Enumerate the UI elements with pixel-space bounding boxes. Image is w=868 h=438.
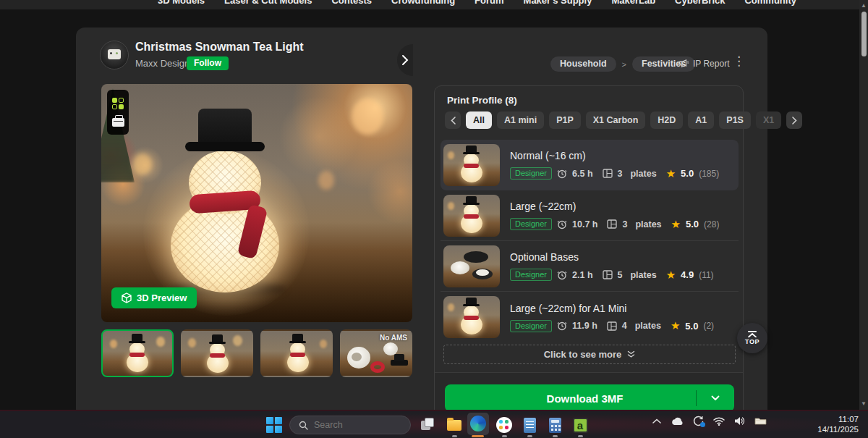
- nav-item-cyberbrick[interactable]: CyberBrick: [675, 0, 725, 8]
- clock-icon: [557, 270, 567, 280]
- print-time: 11.9 h: [572, 321, 597, 331]
- tab-x1[interactable]: X1: [756, 111, 781, 129]
- sync-update-icon[interactable]: [693, 416, 704, 426]
- download-3mf-button[interactable]: Download 3MF: [445, 384, 734, 412]
- tray-folder-icon[interactable]: [754, 416, 767, 426]
- toolbox-icon: [112, 118, 124, 127]
- profile-row-normal[interactable]: Normal (~16 cm) Designer 6.5 h 3 plates …: [441, 140, 739, 190]
- breadcrumb-category[interactable]: Household: [550, 56, 616, 72]
- 3d-preview-label: 3D Preview: [137, 292, 187, 303]
- print-time: 6.5 h: [572, 169, 593, 179]
- file-explorer-icon[interactable]: [445, 416, 464, 434]
- avatar[interactable]: [100, 41, 129, 70]
- plates-label: plates: [635, 219, 661, 229]
- taskbar-search[interactable]: [289, 416, 411, 434]
- nav-item-community[interactable]: Community: [744, 0, 796, 8]
- tab-h2d[interactable]: H2D: [650, 111, 683, 129]
- profile-row-optional-bases[interactable]: Optional Bases Designer 2.1 h 5 plates ★…: [441, 241, 739, 292]
- browser-scrollbar[interactable]: ▲ ▼: [859, 0, 868, 410]
- plates-icon: [603, 270, 613, 279]
- profile-thumb: [443, 245, 500, 287]
- edge-active-indicator: [472, 435, 484, 437]
- tab-x1-carbon[interactable]: X1 Carbon: [586, 111, 646, 129]
- 3d-preview-button[interactable]: 3D Preview: [111, 287, 197, 308]
- follow-button[interactable]: Follow: [187, 56, 229, 70]
- volume-icon[interactable]: [734, 416, 745, 426]
- nav-item-forum[interactable]: Forum: [475, 0, 503, 8]
- print-time: 10.7 h: [572, 219, 597, 229]
- taskbar-clock[interactable]: 11:07 14/11/2025: [817, 415, 859, 434]
- onedrive-icon[interactable]: [671, 417, 684, 426]
- nav-item-3d-models[interactable]: 3D Models: [158, 0, 205, 8]
- clock-icon: [557, 219, 567, 229]
- clock-time: 11:07: [817, 415, 859, 425]
- tabs-scroll-left-button[interactable]: [445, 111, 461, 129]
- profile-list: Normal (~16 cm) Designer 6.5 h 3 plates …: [441, 140, 739, 342]
- scroll-up-icon[interactable]: ▲: [861, 3, 867, 9]
- designer-badge: Designer: [510, 167, 552, 180]
- screen: 3D Models Laser & Cut Models Contests Cr…: [0, 0, 868, 438]
- profile-thumb: [443, 296, 500, 338]
- see-more-button[interactable]: Click to see more: [443, 345, 736, 364]
- windows-taskbar: a 11:07 14/11/2025: [0, 411, 868, 438]
- scroll-down-icon[interactable]: ▼: [861, 401, 867, 407]
- main-product-image[interactable]: 3D Preview: [101, 84, 412, 322]
- tab-p1s[interactable]: P1S: [719, 111, 751, 129]
- thumbnail-2[interactable]: [181, 329, 253, 377]
- rating-value: 5.0: [681, 168, 694, 179]
- no-ams-label: No AMS: [380, 334, 407, 342]
- bokeh-light: [133, 153, 152, 175]
- kebab-menu-icon[interactable]: ⋮: [733, 55, 745, 67]
- thumbnail-4-parts[interactable]: No AMS: [340, 329, 412, 377]
- top-navigation: 3D Models Laser & Cut Models Contests Cr…: [0, 0, 859, 9]
- thumbnail-next-button[interactable]: [397, 44, 413, 76]
- tab-all[interactable]: All: [466, 111, 492, 129]
- tab-a1[interactable]: A1: [688, 111, 714, 129]
- nav-item-laser-cut-models[interactable]: Laser & Cut Models: [224, 0, 312, 8]
- page-title: Christmas Snowman Tea Light: [135, 41, 304, 54]
- download-options-button[interactable]: [697, 395, 734, 401]
- bokeh-light: [318, 171, 334, 190]
- back-to-top-button[interactable]: TOP: [737, 323, 767, 353]
- profile-name: Large (~22cm) for A1 Mini: [510, 303, 714, 314]
- nav-item-makerlab[interactable]: MakerLab: [611, 0, 655, 8]
- nav-item-contests[interactable]: Contests: [331, 0, 372, 8]
- calculator-icon[interactable]: [545, 416, 564, 434]
- multi-color-icon: [112, 98, 124, 109]
- star-icon: ★: [666, 270, 676, 280]
- rating-count: (185): [699, 169, 719, 179]
- plates-icon: [607, 219, 617, 229]
- tab-a1-mini[interactable]: A1 mini: [497, 111, 544, 129]
- wifi-icon[interactable]: [713, 417, 725, 426]
- tabs-scroll-right-button[interactable]: [786, 111, 802, 129]
- nav-item-crowdfunding[interactable]: Crowdfunding: [391, 0, 455, 8]
- ip-report-button[interactable]: IP Report: [678, 59, 729, 69]
- profile-row-large-a1-mini[interactable]: Large (~22cm) for A1 Mini Designer 11.9 …: [441, 292, 739, 342]
- hidden-icons-chevron-icon[interactable]: [652, 418, 661, 424]
- a-app-icon[interactable]: a: [571, 416, 590, 434]
- clock-date: 14/11/2025: [817, 425, 859, 435]
- designer-logo-icon: [108, 49, 121, 59]
- profile-name: Large (~22cm): [510, 201, 719, 212]
- slack-icon[interactable]: [495, 416, 514, 434]
- thumbnail-3[interactable]: [260, 329, 333, 377]
- edge-browser-icon[interactable]: [469, 414, 488, 433]
- rating-count: (11): [699, 270, 713, 280]
- see-more-label: Click to see more: [544, 349, 622, 360]
- search-input[interactable]: [314, 420, 393, 430]
- task-view-icon[interactable]: [418, 416, 437, 434]
- notepad-icon[interactable]: [520, 416, 539, 434]
- profile-row-large[interactable]: Large (~22cm) Designer 10.7 h 3 plates ★…: [441, 190, 739, 241]
- nav-item-makers-supply[interactable]: Maker's Supply: [524, 0, 592, 8]
- print-profile-panel: Print Profile (8) All A1 mini P1P X1 Car…: [434, 85, 744, 437]
- scrollbar-thumb[interactable]: [861, 12, 867, 56]
- plates-label: plates: [630, 270, 656, 280]
- image-badges: [107, 90, 129, 135]
- start-button[interactable]: [266, 417, 282, 433]
- rating-value: 5.0: [685, 321, 698, 332]
- profile-thumb: [443, 195, 500, 237]
- tab-p1p[interactable]: P1P: [549, 111, 581, 129]
- author-name[interactable]: Maxx Design: [135, 58, 190, 69]
- thumbnail-1[interactable]: [101, 329, 174, 377]
- cube-icon: [122, 292, 132, 303]
